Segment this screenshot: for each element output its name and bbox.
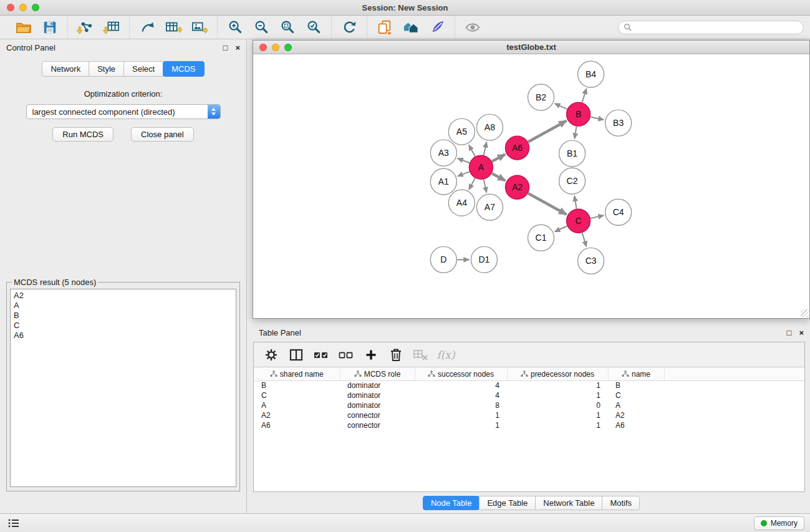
table-cell[interactable]: 0 xyxy=(507,400,608,410)
graph-edge-A-A5[interactable] xyxy=(469,145,475,156)
graph-edge-A-A2[interactable] xyxy=(492,173,505,181)
graph-node-A5[interactable]: A5 xyxy=(448,118,475,145)
tab-network-table[interactable]: Network Table xyxy=(535,496,602,510)
mcds-result-item[interactable]: A6 xyxy=(14,331,233,341)
mcds-result-item[interactable]: A xyxy=(14,301,233,311)
float-table-panel-icon[interactable]: □ xyxy=(787,329,792,337)
mcds-result-list[interactable]: A2ABCA6 xyxy=(10,289,236,487)
column-header-predecessor-nodes[interactable]: predecessor nodes xyxy=(507,367,608,380)
graph-node-D1[interactable]: D1 xyxy=(471,246,497,273)
column-header-MCDS-role[interactable]: MCDS role xyxy=(340,367,415,380)
mcds-result-item[interactable]: B xyxy=(14,311,233,321)
column-header-successor-nodes[interactable]: successor nodes xyxy=(415,367,507,380)
network-graph[interactable]: B4B2BB3A5A8A6A3B1AA1A2C2A4A7CC4C1C3DD1 xyxy=(253,54,809,318)
maximize-network-window-icon[interactable] xyxy=(284,44,292,51)
graph-edge-A-A6[interactable] xyxy=(492,155,505,162)
graph-node-A7[interactable]: A7 xyxy=(476,194,503,220)
graph-node-C4[interactable]: C4 xyxy=(605,199,632,225)
apply-style-button[interactable] xyxy=(424,17,450,37)
graph-edge-A6-B[interactable] xyxy=(528,121,566,142)
dropdown-stepper[interactable] xyxy=(208,105,220,118)
tab-motifs[interactable]: Motifs xyxy=(602,496,640,510)
table-cell[interactable]: A6 xyxy=(608,420,664,430)
maximize-window-icon[interactable] xyxy=(32,4,39,11)
table-cell[interactable]: C xyxy=(254,390,340,400)
save-session-button[interactable] xyxy=(37,17,63,37)
table-cell[interactable]: A2 xyxy=(608,410,664,420)
column-header-shared-name[interactable]: shared name xyxy=(254,367,340,380)
table-cell[interactable]: C xyxy=(608,390,664,400)
optimization-criterion-select[interactable]: largest connected component (directed) xyxy=(26,104,221,119)
open-recent-session-button[interactable] xyxy=(372,17,398,37)
table-cell[interactable]: B xyxy=(254,380,340,390)
close-table-panel-icon[interactable]: × xyxy=(799,329,804,337)
window-resize-grip[interactable] xyxy=(801,309,809,317)
add-column-button[interactable] xyxy=(362,346,380,364)
mcds-result-item[interactable]: A2 xyxy=(14,291,233,301)
graph-node-A[interactable]: A xyxy=(469,155,493,179)
table-settings-button[interactable] xyxy=(263,346,280,364)
search-input[interactable] xyxy=(635,23,798,32)
mcds-result-item[interactable]: C xyxy=(14,321,233,331)
table-row[interactable]: A2connector11A2 xyxy=(254,410,804,420)
deselect-all-rows-button[interactable] xyxy=(337,346,355,364)
column-header-name[interactable]: name xyxy=(608,367,664,380)
graph-edge-A-A4[interactable] xyxy=(469,178,475,190)
table-cell[interactable]: dominator xyxy=(340,400,415,410)
export-table-button[interactable] xyxy=(160,17,186,37)
graph-edge-A-A8[interactable] xyxy=(484,142,487,155)
graph-node-B4[interactable]: B4 xyxy=(578,61,604,87)
search-field[interactable] xyxy=(618,21,804,34)
zoom-fit-button[interactable] xyxy=(274,17,301,37)
graph-node-C2[interactable]: C2 xyxy=(559,168,586,194)
graph-node-A3[interactable]: A3 xyxy=(430,140,456,166)
graph-edge-C-C2[interactable] xyxy=(574,196,576,209)
graph-edge-A-A7[interactable] xyxy=(484,180,487,193)
home-button[interactable] xyxy=(398,17,424,37)
task-history-button[interactable] xyxy=(6,516,22,530)
table-cell[interactable]: 1 xyxy=(507,380,608,390)
minimize-network-window-icon[interactable] xyxy=(272,44,279,51)
close-window-icon[interactable] xyxy=(7,4,14,11)
node-table[interactable]: shared nameMCDS rolesuccessor nodesprede… xyxy=(254,367,804,491)
memory-button[interactable]: Memory xyxy=(754,516,804,530)
close-panel-icon[interactable]: × xyxy=(235,44,240,52)
delete-column-button[interactable] xyxy=(387,346,405,364)
graph-node-B[interactable]: B xyxy=(567,102,591,126)
graph-edge-C-C3[interactable] xyxy=(582,233,587,246)
table-row[interactable]: Cdominator41C xyxy=(254,390,804,400)
export-network-button[interactable] xyxy=(134,17,160,37)
close-network-window-icon[interactable] xyxy=(259,44,267,51)
table-cell[interactable]: 4 xyxy=(415,380,507,390)
table-cell[interactable]: 1 xyxy=(507,410,608,420)
export-image-button[interactable] xyxy=(186,17,213,37)
delete-table-button[interactable] xyxy=(412,346,430,364)
open-file-button[interactable] xyxy=(11,17,37,37)
table-cell[interactable]: B xyxy=(608,380,664,390)
table-cell[interactable]: 1 xyxy=(415,420,507,430)
run-mcds-button[interactable]: Run MCDS xyxy=(52,127,113,142)
graph-edge-B-B1[interactable] xyxy=(574,127,576,139)
table-cell[interactable]: A6 xyxy=(254,420,340,430)
graph-node-C1[interactable]: C1 xyxy=(528,225,554,251)
import-table-button[interactable] xyxy=(99,17,125,37)
table-cell[interactable]: dominator xyxy=(340,380,415,390)
graph-edge-B-B4[interactable] xyxy=(582,89,587,102)
float-panel-icon[interactable]: □ xyxy=(223,44,228,52)
graph-node-D[interactable]: D xyxy=(430,246,456,273)
zoom-selected-button[interactable] xyxy=(301,17,327,37)
graph-node-B2[interactable]: B2 xyxy=(528,84,554,110)
refresh-view-button[interactable] xyxy=(336,17,362,37)
table-cell[interactable]: A xyxy=(608,400,664,410)
graph-node-A4[interactable]: A4 xyxy=(448,190,475,216)
table-cell[interactable]: 4 xyxy=(415,390,507,400)
table-cell[interactable]: 1 xyxy=(507,420,608,430)
import-network-button[interactable] xyxy=(72,17,99,37)
table-cell[interactable]: 8 xyxy=(415,400,507,410)
graph-edge-A-A1[interactable] xyxy=(458,172,470,176)
graph-edge-A-A3[interactable] xyxy=(458,158,470,163)
show-columns-button[interactable] xyxy=(287,346,305,364)
birds-eye-view-button[interactable] xyxy=(460,17,486,37)
table-cell[interactable]: A2 xyxy=(254,410,340,420)
graph-edge-B-B2[interactable] xyxy=(554,104,567,109)
